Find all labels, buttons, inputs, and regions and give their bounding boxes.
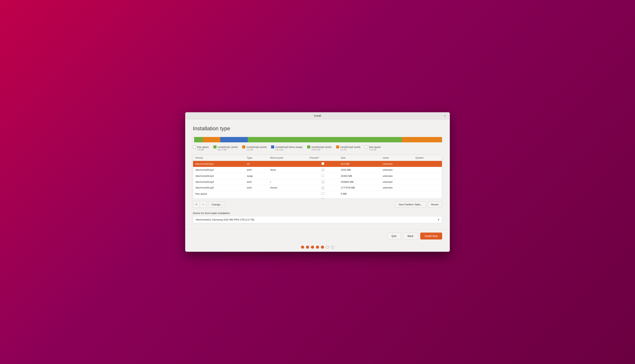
progress-dot-6[interactable] <box>331 246 334 249</box>
legend-label: nvme0n1p2 (ext4) <box>246 146 266 148</box>
legend-swatch <box>307 146 310 148</box>
device-cell: /dev/nvme0n1p1 <box>193 161 245 167</box>
table-body: /dev/nvme0n1p1efi510 MBunknown/dev/nvme0… <box>193 161 442 199</box>
disk-segment-nvme0n1p1 <box>194 137 203 142</box>
legend-size: 1.0 MB <box>193 148 204 151</box>
quit-button[interactable]: Quit <box>387 232 401 240</box>
device-cell: /dev/nvme0n1p4 <box>193 179 245 185</box>
install-now-button[interactable]: Install Now <box>420 232 442 240</box>
chevron-down-icon: ▾ <box>438 218 439 221</box>
progress-dots <box>185 242 450 252</box>
legend-label: nvme0n1p4 (ext4) <box>311 146 332 148</box>
legend-swatch <box>365 146 368 148</box>
type-cell: ext4 <box>245 185 268 191</box>
legend-label: nvme0n1p5 (ext4) <box>340 146 361 148</box>
revert-button[interactable]: Revert <box>428 201 442 208</box>
toolbar: + − Change... New Partition Table... Rev… <box>193 201 442 208</box>
table-row[interactable]: free space0 MB <box>193 190 442 197</box>
table-row[interactable]: /dev/nvme0n1p1efi510 MBunknown <box>193 161 442 167</box>
type-cell: ext4 <box>245 179 268 185</box>
legend-item: nvme0n1p2 (ext4) 1.0 GB <box>242 146 266 151</box>
format-checkbox[interactable] <box>322 192 324 195</box>
table-col-system: System <box>413 155 442 161</box>
disk-bar-container <box>193 137 442 142</box>
type-cell: efi <box>245 161 268 167</box>
progress-dot-0[interactable] <box>301 246 304 249</box>
system-cell <box>413 185 442 191</box>
used-cell: unknown <box>380 173 413 179</box>
legend-size: 1.8 TB <box>336 148 347 151</box>
disk-legend: free space 1.0 MB nvme0n1p1 (ext4) 510.7… <box>193 146 442 151</box>
legend-size: 16.4 GB <box>271 148 283 151</box>
table-row[interactable]: /dev/sda <box>193 197 442 199</box>
format-checkbox[interactable]: ✓ <box>322 181 324 183</box>
legend-swatch <box>213 146 216 148</box>
legend-item: nvme0n1p4 (ext4) 204.8 GB <box>307 146 332 151</box>
table-col-mount-point: Mount point <box>268 155 307 161</box>
format-checkbox[interactable] <box>322 162 324 165</box>
remove-partition-button[interactable]: − <box>200 201 207 208</box>
format-checkbox-cell <box>307 197 339 199</box>
mount-cell: /home <box>268 185 307 191</box>
table-col-type: Type <box>245 155 268 161</box>
system-cell <box>413 190 442 197</box>
format-checkbox[interactable] <box>322 174 324 177</box>
legend-top: nvme0n1p3 (linux-swap) <box>271 146 302 148</box>
bottom-nav: Quit Back Install Now <box>185 229 450 242</box>
disk-bar <box>193 137 442 142</box>
page-title: Installation type <box>193 126 442 132</box>
format-checkbox[interactable]: ✓ <box>322 169 324 172</box>
format-checkbox[interactable] <box>322 198 324 199</box>
toolbar-right: New Partition Table... Revert <box>395 201 442 208</box>
legend-swatch <box>193 146 196 148</box>
mount-cell <box>268 190 307 197</box>
legend-label: free space <box>369 146 381 148</box>
table-col-device: Device <box>193 155 245 161</box>
progress-dot-5[interactable] <box>326 246 329 249</box>
used-cell <box>380 197 413 199</box>
used-cell <box>380 190 413 197</box>
table-row[interactable]: /dev/nvme0n1p4ext4/✓204800 MBunknown <box>193 179 442 185</box>
add-partition-button[interactable]: + <box>193 201 200 208</box>
disk-segment-nvme0n1p4 <box>248 137 402 142</box>
progress-dot-2[interactable] <box>311 246 314 249</box>
legend-top: free space <box>193 146 209 148</box>
used-cell: unknown <box>380 167 413 173</box>
change-partition-button[interactable]: Change... <box>208 202 225 208</box>
boot-loader-value: /dev/nvme0n1 Samsung SSD 990 PRO 2TB (2.… <box>196 218 254 221</box>
new-partition-table-button[interactable]: New Partition Table... <box>395 201 426 208</box>
partition-table-wrapper: DeviceTypeMount pointFormat?SizeUsedSyst… <box>193 154 442 199</box>
system-cell <box>413 167 442 173</box>
back-button[interactable]: Back <box>403 232 418 240</box>
table-header-row: DeviceTypeMount pointFormat?SizeUsedSyst… <box>193 155 442 161</box>
size-cell: 0 MB <box>339 190 380 197</box>
progress-dot-1[interactable] <box>306 246 309 249</box>
format-checkbox[interactable]: ✓ <box>322 186 324 189</box>
titlebar: Install × <box>185 112 450 119</box>
legend-item: nvme0n1p3 (linux-swap) 16.4 GB <box>271 146 302 151</box>
used-cell: unknown <box>380 161 413 167</box>
install-window: Install × Installation type free space 1… <box>185 112 450 252</box>
progress-dot-3[interactable] <box>316 246 319 249</box>
type-cell <box>245 190 268 197</box>
progress-dot-4[interactable] <box>321 246 324 249</box>
legend-top: nvme0n1p5 (ext4) <box>336 146 361 148</box>
type-cell: ext4 <box>245 167 268 173</box>
boot-loader-select[interactable]: /dev/nvme0n1 Samsung SSD 990 PRO 2TB (2.… <box>193 216 442 223</box>
table-row[interactable]: /dev/nvme0n1p2ext4/boot✓1024 MBunknown <box>193 167 442 173</box>
device-cell: free space <box>193 190 245 197</box>
close-button[interactable]: × <box>443 114 447 118</box>
table-row[interactable]: /dev/nvme0n1p5ext4/home✓1777678 MBunknow… <box>193 185 442 191</box>
legend-size: 73.2 kB <box>365 148 376 151</box>
format-checkbox-cell: ✓ <box>307 185 339 191</box>
partition-table: DeviceTypeMount pointFormat?SizeUsedSyst… <box>193 155 442 199</box>
system-cell <box>413 161 442 167</box>
legend-item: nvme0n1p1 (ext4) 510.7 MB <box>213 146 238 151</box>
table-row[interactable]: /dev/nvme0n1p3swap16384 MBunknown <box>193 173 442 179</box>
format-checkbox-cell <box>307 190 339 197</box>
size-cell: 510 MB <box>339 161 380 167</box>
disk-segment-nvme0n1p3 <box>220 137 248 142</box>
boot-loader-label: Device for boot loader installation: <box>193 212 442 214</box>
type-cell: swap <box>245 173 268 179</box>
legend-item: free space 73.2 kB <box>365 146 381 151</box>
